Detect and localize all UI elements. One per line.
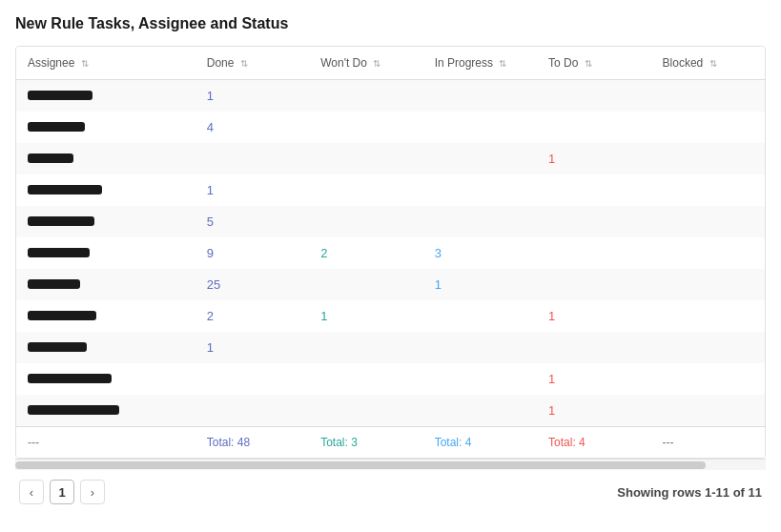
cell-blocked (651, 143, 765, 174)
cell-assignee (16, 332, 195, 363)
sort-icon-wontdo: ⇅ (373, 58, 380, 69)
col-header-inprog[interactable]: In Progress ⇅ (423, 47, 537, 80)
assignee-bar (28, 216, 94, 226)
cell-done (195, 363, 309, 395)
cell-todo: 1 (537, 300, 650, 332)
cell-blocked (651, 300, 765, 332)
cell-wontdo (309, 269, 422, 300)
cell-inprog (423, 206, 537, 237)
cell-assignee (16, 112, 195, 143)
page-info: Showing rows 1-11 of 11 (617, 485, 762, 500)
table-row: 1 (16, 395, 765, 427)
sort-icon-done: ⇅ (240, 58, 248, 69)
table-row: 211 (16, 300, 765, 332)
cell-wontdo: 1 (309, 300, 422, 332)
col-header-todo-label: To Do (548, 56, 578, 70)
cell-todo: 1 (537, 363, 650, 395)
cell-todo (537, 174, 650, 206)
cell-wontdo (309, 143, 422, 174)
of-label: of (730, 485, 749, 500)
cell-assignee (16, 237, 195, 269)
table-row: 251 (16, 269, 765, 300)
col-header-blocked[interactable]: Blocked ⇅ (651, 47, 765, 80)
cell-assignee (16, 269, 195, 300)
cell-inprog (423, 174, 537, 206)
table-row: 5 (16, 206, 765, 237)
cell-inprog (423, 332, 537, 363)
assignee-bar (28, 185, 102, 194)
cell-assignee (16, 206, 195, 237)
col-header-wontdo[interactable]: Won't Do ⇅ (309, 47, 422, 80)
footer-assignee: --- (16, 427, 195, 459)
cell-wontdo (309, 206, 422, 237)
cell-todo (537, 332, 650, 363)
cell-inprog (423, 112, 537, 143)
assignee-bar (28, 311, 96, 320)
cell-done: 4 (195, 112, 309, 143)
cell-blocked (651, 332, 765, 363)
cell-inprog: 3 (423, 237, 537, 269)
cell-inprog (423, 80, 537, 113)
cell-assignee (16, 80, 195, 113)
cell-todo (537, 237, 650, 269)
table-row: 1 (16, 174, 765, 206)
cell-blocked (651, 80, 765, 113)
cell-blocked (651, 395, 765, 427)
col-header-assignee[interactable]: Assignee ⇅ (16, 47, 195, 80)
prev-page-button[interactable]: ‹ (19, 480, 44, 504)
col-header-done[interactable]: Done ⇅ (195, 47, 309, 80)
cell-assignee (16, 363, 195, 395)
cell-assignee (16, 174, 195, 206)
table-header-row: Assignee ⇅ Done ⇅ Won't Do ⇅ In Progress… (16, 47, 765, 80)
horizontal-scrollbar[interactable] (15, 459, 766, 470)
cell-blocked (651, 363, 765, 395)
col-header-assignee-label: Assignee (28, 56, 74, 70)
cell-todo: 1 (537, 395, 650, 427)
footer-wontdo: Total: 3 (309, 427, 422, 459)
col-header-inprog-label: In Progress (435, 56, 493, 70)
scrollbar-thumb[interactable] (15, 461, 706, 469)
page-controls: ‹ 1 › (19, 480, 105, 504)
cell-todo (537, 112, 650, 143)
cell-wontdo (309, 332, 422, 363)
cell-inprog (423, 143, 537, 174)
cell-todo: 1 (537, 143, 650, 174)
cell-done: 1 (195, 174, 309, 206)
cell-todo (537, 80, 650, 113)
cell-done (195, 143, 309, 174)
cell-done: 1 (195, 332, 309, 363)
cell-wontdo (309, 395, 422, 427)
col-header-todo[interactable]: To Do ⇅ (537, 47, 650, 80)
showing-label: Showing rows (617, 485, 705, 500)
cell-blocked (651, 112, 765, 143)
cell-done: 2 (195, 300, 309, 332)
current-page-button[interactable]: 1 (50, 480, 74, 504)
sort-icon-todo: ⇅ (585, 58, 592, 69)
cell-blocked (651, 174, 765, 206)
main-table: Assignee ⇅ Done ⇅ Won't Do ⇅ In Progress… (15, 46, 766, 459)
col-header-wontdo-label: Won't Do (320, 56, 367, 70)
cell-wontdo (309, 80, 422, 113)
cell-inprog (423, 300, 537, 332)
table-row: 4 (16, 112, 765, 143)
table-row: 1 (16, 332, 765, 363)
assignee-bar (28, 122, 85, 132)
sort-icon-inprog: ⇅ (499, 58, 506, 69)
assignee-bar (28, 153, 73, 163)
cell-todo (537, 269, 650, 300)
next-page-button[interactable]: › (80, 480, 105, 504)
cell-wontdo (309, 174, 422, 206)
cell-wontdo (309, 363, 422, 395)
table-row: 1 (16, 363, 765, 395)
cell-assignee (16, 143, 195, 174)
col-header-done-label: Done (207, 56, 235, 70)
cell-wontdo (309, 112, 422, 143)
cell-done: 5 (195, 206, 309, 237)
total-rows: 11 (749, 485, 762, 500)
table-footer-row: --- Total: 48 Total: 3 Total: 4 Total: 4… (16, 427, 765, 459)
cell-inprog (423, 363, 537, 395)
assignee-bar (28, 405, 119, 415)
sort-icon-assignee: ⇅ (81, 58, 89, 69)
table-row: 1 (16, 143, 765, 174)
table-row: 1 (16, 80, 765, 113)
